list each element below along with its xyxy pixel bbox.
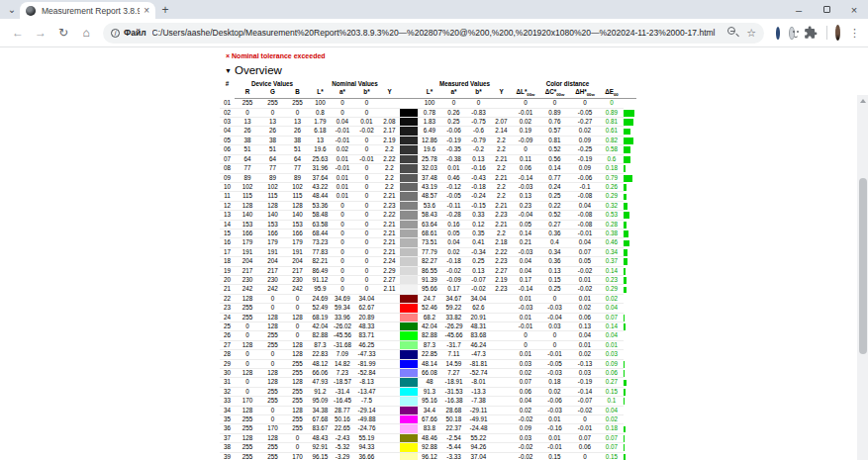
cell-value: -0.08: [570, 211, 600, 220]
delta-e-bar-fill: [624, 268, 626, 275]
cell-value: 34.67: [441, 294, 466, 303]
cell-value: -0.1: [570, 182, 600, 191]
cell-value: 68.61: [418, 229, 441, 237]
delta-e-bar: [624, 275, 636, 284]
minimize-button[interactable]: –: [785, 0, 813, 19]
cell-value: 0.05: [570, 257, 600, 266]
delta-e-bar-fill: [624, 287, 627, 294]
info-icon[interactable]: i: [111, 29, 120, 38]
browser-menu-icon[interactable]: ⋮: [849, 27, 860, 40]
color-swatch: [400, 220, 418, 229]
cell-value: 22.65: [331, 424, 354, 433]
table-row: 1212812812853.36002.2353.6-0.11-0.152.21…: [220, 201, 636, 210]
cell-value: 128: [285, 378, 310, 387]
table-row: 232550052.4959.3462.6752.4659.2262.6-0.0…: [220, 304, 636, 313]
color-swatch: [400, 118, 418, 127]
reload-button[interactable]: ↻: [53, 23, 73, 43]
scroll-up-icon[interactable]: [860, 99, 866, 103]
cell-value: -5.44: [441, 443, 466, 452]
cell-value: 2.2: [491, 182, 512, 191]
cell-value: 100: [310, 99, 331, 108]
delta-e-bar: [624, 164, 636, 173]
close-window-button[interactable]: ×: [840, 0, 868, 19]
color-swatch: [400, 443, 418, 452]
cell-value: 77: [285, 164, 310, 173]
table-row: 38255255092.91-5.3294.3392.88-5.4494.26-…: [220, 443, 636, 452]
chevron-down-icon[interactable]: ⌄: [4, 2, 20, 17]
row-number: 32: [220, 387, 235, 396]
cell-value: 83.68: [466, 331, 491, 340]
overview-section-toggle[interactable]: ▼Overview: [225, 64, 282, 76]
cell-value: 68.2: [418, 313, 441, 322]
zoom-out-icon[interactable]: [726, 26, 740, 40]
cell-value: -0.03: [539, 369, 570, 378]
cell-value: 2.21: [491, 201, 512, 210]
home-button[interactable]: ⌂: [76, 23, 96, 43]
cell-value: 100: [418, 99, 441, 108]
table-row: 32025525591.2-31.4-13.4791.3-31.53-13.30…: [220, 387, 636, 396]
cell-value: 50.16: [331, 415, 354, 424]
profile-avatar[interactable]: [835, 25, 840, 41]
new-tab-button[interactable]: +: [158, 3, 172, 17]
window-controls: – ×: [785, 0, 868, 19]
table-subheader-row: RGBL*a*b*YL*a*b*YΔL*00wΔC*00wΔH*00wΔE00: [220, 88, 636, 99]
color-swatch: [400, 359, 418, 368]
address-bar[interactable]: i Файл C:/Users/aashe/Desktop/Measuremen…: [103, 23, 764, 44]
cell-value: -45.66: [441, 331, 466, 340]
cell-value: 86.49: [310, 266, 331, 275]
color-swatch: [400, 285, 418, 294]
cell-value: 0: [331, 220, 354, 229]
cell-value: 204: [260, 257, 285, 266]
cell-value: 2.11: [379, 285, 400, 294]
cell-value: 63.58: [310, 220, 331, 229]
delta-e-bar: [624, 424, 636, 433]
color-swatch: [400, 406, 418, 414]
delta-e-value: 0.02: [600, 415, 624, 424]
cell-value: 0: [235, 322, 260, 331]
group-header: [624, 80, 636, 88]
extensions-puzzle-icon[interactable]: [804, 26, 818, 40]
color-swatch: [400, 433, 418, 442]
column-header: ΔC*00w: [539, 88, 570, 99]
cell-value: 20.89: [354, 313, 379, 322]
cell-value: 7.27: [441, 369, 466, 378]
extension-blue-icon[interactable]: [776, 27, 780, 40]
cell-value: 0: [285, 108, 310, 117]
cell-value: -0.08: [570, 220, 600, 229]
table-row: 0651515119.60.0202.219.6-0.35-0.22.200.5…: [220, 145, 636, 154]
cell-value: -24.76: [354, 424, 379, 433]
forward-button[interactable]: →: [31, 23, 50, 43]
cell-value: -0.18: [466, 182, 491, 191]
scrollbar-thumb[interactable]: [859, 178, 867, 354]
maximize-button[interactable]: [813, 0, 840, 19]
extension-face-icon[interactable]: [789, 27, 794, 40]
cell-value: 2.07: [491, 118, 512, 127]
cell-value: 170: [235, 397, 260, 406]
back-button[interactable]: ←: [8, 23, 28, 43]
cell-value: 128: [235, 433, 260, 442]
cell-value: 2.2: [491, 192, 512, 201]
cell-value: 0.15: [539, 275, 570, 284]
cell-value: 255: [260, 452, 285, 460]
cell-value: -31.4: [331, 387, 354, 396]
tab-close-icon[interactable]: ×: [144, 6, 149, 16]
cell-value: 47.93: [310, 378, 331, 387]
cell-value: 0.17: [441, 285, 466, 294]
cell-value: 0.01: [331, 182, 354, 191]
bookmark-star-icon[interactable]: ☆: [746, 26, 756, 40]
cell-value: 48.31: [466, 322, 491, 331]
browser-tab[interactable]: Measurement Report 3.8.9.3 — ×: [20, 2, 155, 19]
cell-value: 2.08: [379, 118, 400, 127]
delta-e-bar-fill: [624, 435, 625, 442]
page-scrollbar[interactable]: [857, 95, 868, 460]
cell-value: 0: [331, 275, 354, 284]
cell-value: 0: [354, 238, 379, 247]
cell-value: 255: [285, 369, 310, 378]
cell-value: [491, 415, 512, 424]
browser-toolbar: ← → ↻ ⌂ i Файл C:/Users/aashe/Desktop/Me…: [0, 19, 868, 47]
cell-value: -0.03: [512, 304, 539, 313]
cell-value: 0.02: [512, 118, 539, 127]
cell-value: 0: [539, 340, 570, 349]
cell-value: 13: [260, 118, 285, 127]
color-swatch: [400, 378, 418, 387]
